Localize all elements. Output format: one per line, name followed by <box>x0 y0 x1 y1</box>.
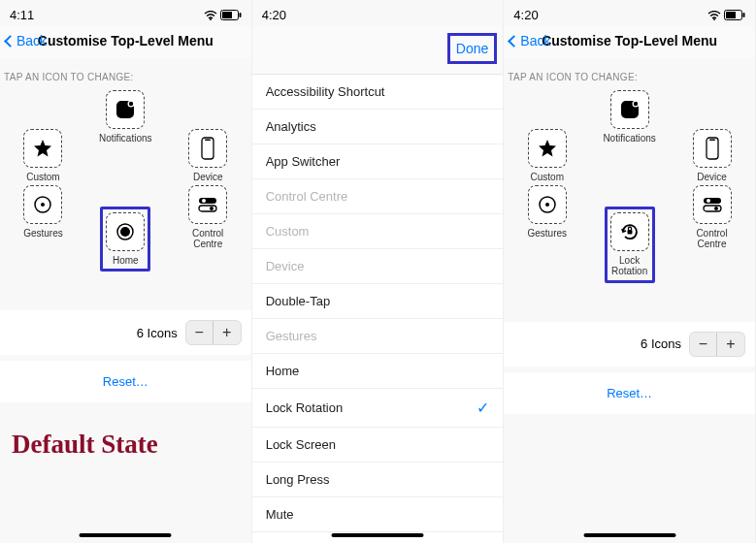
svg-point-10 <box>41 203 45 207</box>
svg-rect-8 <box>205 140 211 142</box>
list-item: Custom <box>252 214 504 249</box>
tile-label: Device <box>193 172 223 183</box>
star-icon <box>538 139 557 158</box>
gestures-icon <box>537 194 558 215</box>
slot-custom[interactable]: Custom <box>4 129 82 183</box>
control-centre-icon <box>197 194 218 215</box>
svg-point-17 <box>713 18 715 20</box>
wifi-icon <box>707 11 721 20</box>
svg-point-27 <box>545 203 549 207</box>
stepper-plus[interactable]: + <box>214 321 241 344</box>
svg-point-32 <box>714 207 718 210</box>
svg-rect-20 <box>742 13 744 17</box>
back-button[interactable]: Back <box>6 33 47 48</box>
section-label: TAP AN ICON TO CHANGE: <box>0 58 251 90</box>
svg-rect-24 <box>707 138 718 159</box>
list-item-label: Mute <box>266 507 294 522</box>
slot-custom[interactable]: Custom <box>509 129 586 183</box>
tile-label: Device <box>697 172 727 183</box>
list-item[interactable]: Lock Rotation✓ <box>252 389 504 428</box>
svg-point-23 <box>633 102 637 106</box>
list-item[interactable]: Accessibility Shortcut <box>252 75 504 110</box>
slot-home[interactable]: Home <box>86 207 164 272</box>
battery-icon <box>724 10 745 20</box>
tile-label: Custom <box>26 172 59 183</box>
slot-lock-rotation[interactable]: Lock Rotation <box>591 207 669 283</box>
home-icon <box>115 221 136 242</box>
nav-bar: Back Customise Top-Level Menu <box>504 26 755 58</box>
svg-point-30 <box>707 199 710 203</box>
wifi-icon <box>204 11 217 20</box>
svg-rect-2 <box>222 12 232 18</box>
highlight-box: Home <box>100 207 150 272</box>
stepper-minus[interactable]: − <box>690 333 717 356</box>
slot-control-centre[interactable]: Control Centre <box>674 185 751 283</box>
notifications-icon <box>619 99 641 120</box>
status-time: 4:11 <box>10 8 34 22</box>
highlight-box: Lock Rotation <box>605 207 655 283</box>
gestures-icon <box>32 194 53 215</box>
notifications-icon <box>115 99 136 120</box>
list-item[interactable]: Analytics <box>252 110 504 144</box>
tile-label: Notifications <box>603 133 655 144</box>
list-item[interactable]: App Switcher <box>252 144 504 179</box>
list-item-label: Device <box>266 259 305 273</box>
reset-button[interactable]: Reset… <box>0 361 251 402</box>
slot-notifications[interactable]: Notifications <box>591 90 669 183</box>
svg-rect-28 <box>627 230 632 235</box>
pane-default-state: 4:11 Back Customise Top-Level Menu TAP A… <box>0 0 252 543</box>
slot-device[interactable]: Device <box>169 129 247 183</box>
battery-icon <box>220 10 242 20</box>
stepper-plus[interactable]: + <box>717 333 744 356</box>
pane-after: 4:20 Back Customise Top-Level Menu TAP A… <box>504 0 756 543</box>
tile-label: Lock Rotation <box>610 255 649 277</box>
slot-notifications[interactable]: Notifications <box>86 90 164 183</box>
list-item[interactable]: Mute <box>252 497 504 532</box>
list-item-label: Gestures <box>266 329 317 343</box>
status-icons <box>204 10 242 20</box>
status-time: 4:20 <box>262 8 286 22</box>
list-item-label: Lock Rotation <box>266 400 344 415</box>
list-item[interactable]: Home <box>252 354 504 389</box>
svg-rect-19 <box>726 12 736 18</box>
stepper-minus[interactable]: − <box>186 321 214 344</box>
slot-device[interactable]: Device <box>674 129 751 183</box>
home-indicator <box>583 533 675 537</box>
reset-button[interactable]: Reset… <box>504 372 755 414</box>
status-bar: 4:20 <box>252 0 504 26</box>
list-item-label: Custom <box>266 224 310 239</box>
icon-count-row: 6 Icons − + <box>504 322 755 367</box>
icon-count: 6 Icons <box>641 336 681 351</box>
status-bar: 4:11 <box>0 0 251 26</box>
tile-label: Home <box>106 255 145 267</box>
icon-count-row: 6 Icons − + <box>0 310 251 355</box>
stepper: − + <box>185 320 242 345</box>
tile-label: Custom <box>531 172 564 183</box>
back-label: Back <box>16 33 47 48</box>
tile-label: Control Centre <box>696 228 727 250</box>
home-indicator <box>331 533 423 537</box>
slot-gestures[interactable]: Gestures <box>509 185 586 283</box>
list-item-label: Analytics <box>266 119 316 134</box>
tile-label: Gestures <box>23 228 63 240</box>
svg-point-6 <box>129 102 133 106</box>
status-icons <box>707 10 745 20</box>
slot-control-centre[interactable]: Control Centre <box>169 185 247 272</box>
home-indicator <box>80 533 172 537</box>
back-button[interactable]: Back <box>509 33 550 48</box>
back-label: Back <box>520 33 550 48</box>
list-item[interactable]: Double-Tap <box>252 284 504 319</box>
status-time: 4:20 <box>513 8 538 22</box>
slot-gestures[interactable]: Gestures <box>4 185 82 272</box>
done-button[interactable]: Done <box>447 33 497 64</box>
list-item[interactable]: Lock Screen <box>252 428 504 463</box>
list-item[interactable]: Long Press <box>252 463 504 497</box>
chevron-left-icon <box>4 35 16 48</box>
check-icon: ✓ <box>477 399 489 417</box>
stepper: − + <box>689 332 745 357</box>
annotation-text: Default State <box>0 402 251 487</box>
icon-grid: Custom Notifications Device Gestures Hom… <box>0 90 251 272</box>
lock-rotation-icon <box>619 221 641 242</box>
option-list: Accessibility ShortcutAnalyticsApp Switc… <box>252 75 504 543</box>
list-item-label: App Switcher <box>266 154 341 169</box>
